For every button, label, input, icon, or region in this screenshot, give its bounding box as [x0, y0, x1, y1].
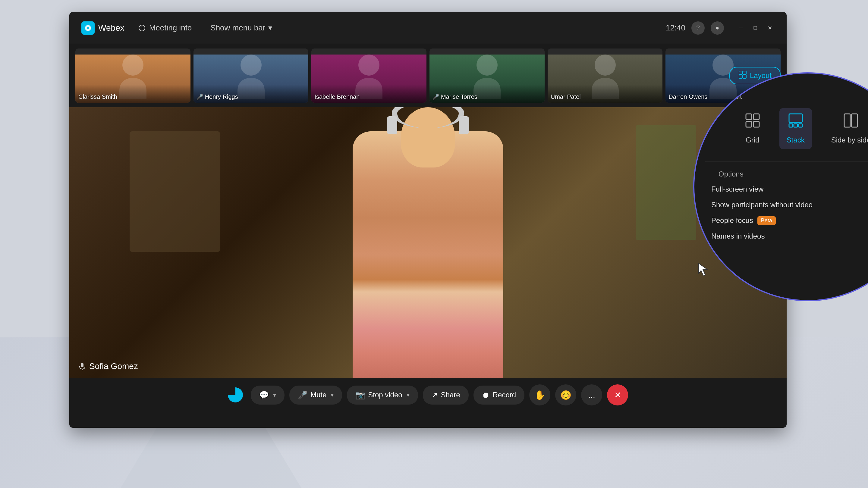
record-button[interactable]: ⏺ Record — [473, 386, 524, 404]
participant-label-umar: Umar Patel — [551, 93, 581, 100]
svg-rect-19 — [844, 114, 850, 127]
video-chevron-icon: ▾ — [407, 391, 410, 398]
participant-label-henry: Henry Riggs — [205, 93, 238, 100]
speaker-mic-icon — [79, 362, 86, 370]
show-no-video-label: Show participants without video — [711, 201, 812, 209]
participant-name-marise: 🎤 Marise Torres — [433, 93, 477, 100]
svg-rect-7 — [743, 75, 746, 78]
svg-rect-14 — [753, 121, 759, 127]
participant-strip: Clarissa Smith 🎤 Henry Riggs Isabelle — [69, 44, 786, 107]
headphone-right — [459, 116, 469, 134]
headphone-left — [387, 116, 397, 134]
chat-icon: 💬 — [259, 390, 269, 400]
mute-label: Mute — [310, 391, 327, 399]
show-menu-button[interactable]: Show menu bar ▾ — [206, 21, 277, 35]
svg-rect-16 — [789, 124, 793, 127]
participant-label-isabelle: Isabelle Brennan — [314, 93, 360, 100]
fullscreen-label: Full-screen view — [711, 185, 764, 193]
help-icon[interactable]: ? — [691, 22, 705, 35]
stack-label: Stack — [786, 136, 805, 144]
video-icon: 📷 — [355, 390, 365, 400]
main-video-background — [69, 107, 786, 378]
mute-button[interactable]: 🎤 Mute ▾ — [289, 386, 342, 404]
close-button[interactable]: ✕ — [765, 23, 775, 33]
mic-off-icon-henry: 🎤 — [196, 94, 203, 100]
room-element-plant — [636, 125, 696, 240]
time-display: 12:40 — [666, 23, 685, 33]
show-no-video-option-row: Show participants without video — [711, 200, 868, 210]
meeting-info-label: Meeting info — [149, 23, 192, 33]
webex-logo[interactable]: Webex — [82, 22, 124, 35]
face-henry — [241, 55, 261, 76]
participant-thumb-clarissa[interactable]: Clarissa Smith — [75, 48, 190, 103]
record-icon: ⏺ — [482, 390, 490, 400]
mute-icon: 🎤 — [298, 390, 307, 400]
speaker-name-label: Sofia Gomez — [89, 361, 138, 371]
participant-name-darren: Darren Owens — [669, 93, 707, 100]
side-by-side-label: Side by side — [831, 136, 868, 144]
stop-video-button[interactable]: 📷 Stop video ▾ — [347, 386, 418, 404]
options-section-title: Options — [718, 170, 744, 178]
reactions-button[interactable]: ✋ — [529, 384, 550, 405]
layout-options-row: Grid Stack Side by side — [738, 108, 868, 149]
meeting-info-button[interactable]: Meeting info — [133, 21, 197, 35]
end-call-button[interactable]: ✕ — [607, 384, 628, 405]
participant-name-isabelle: Isabelle Brennan — [314, 93, 360, 100]
grid-icon — [745, 113, 760, 132]
control-bar: 💬 ▾ 🎤 Mute ▾ 📷 Stop video ▾ ↗ Share ⏺ Re… — [69, 378, 786, 412]
fullscreen-option-row: Full-screen view — [711, 184, 868, 194]
title-bar: Webex Meeting info Show menu bar ▾ 12:40… — [69, 12, 786, 44]
minimize-button[interactable]: ─ — [736, 23, 746, 33]
layout-option-side-by-side[interactable]: Side by side — [824, 108, 868, 149]
share-button[interactable]: ↗ Share — [423, 386, 469, 404]
svg-rect-5 — [743, 71, 746, 74]
participant-thumb-umar[interactable]: Umar Patel — [548, 48, 663, 103]
participant-label-clarissa: Clarissa Smith — [79, 93, 117, 100]
record-label: Record — [493, 391, 516, 399]
side-by-side-icon — [843, 113, 858, 132]
svg-rect-13 — [746, 121, 752, 127]
names-in-videos-label: Names in videos — [711, 232, 765, 240]
status-indicator — [228, 387, 243, 402]
show-menu-chevron-icon: ▾ — [268, 23, 272, 33]
end-call-icon: ✕ — [614, 390, 621, 400]
participant-thumb-isabelle[interactable]: Isabelle Brennan — [311, 48, 427, 103]
face-umar — [595, 55, 616, 76]
window-controls: ─ □ ✕ — [736, 23, 775, 33]
emoji-button[interactable]: 😊 — [555, 384, 576, 405]
layout-button-label: Layout — [750, 71, 772, 80]
speaker-head — [401, 107, 455, 167]
participant-label-darren: Darren Owens — [669, 93, 707, 100]
participant-thumb-henry[interactable]: 🎤 Henry Riggs — [193, 48, 309, 103]
beta-badge: Beta — [757, 216, 776, 225]
people-focus-option-row: People focus Beta — [711, 216, 868, 225]
more-button[interactable]: ... — [581, 384, 602, 405]
svg-rect-20 — [851, 114, 858, 127]
layout-option-grid[interactable]: Grid — [738, 108, 767, 149]
svg-rect-8 — [81, 363, 84, 367]
people-focus-label: People focus Beta — [711, 216, 776, 225]
profile-icon[interactable]: ● — [711, 22, 724, 35]
mic-off-icon-marise: 🎤 — [433, 94, 439, 100]
mute-chevron-icon: ▾ — [331, 391, 334, 398]
chat-chevron-icon: ▾ — [273, 391, 276, 398]
title-bar-right: 12:40 ? ● ─ □ ✕ — [666, 22, 775, 35]
chat-button[interactable]: 💬 ▾ — [251, 386, 284, 404]
stop-video-label: Stop video — [368, 391, 402, 399]
share-icon: ↗ — [431, 390, 438, 400]
svg-rect-11 — [746, 114, 752, 120]
title-bar-left: Webex Meeting info Show menu bar ▾ — [82, 21, 666, 35]
layout-icon — [738, 70, 747, 81]
share-label: Share — [441, 391, 460, 399]
layout-option-stack[interactable]: Stack — [779, 108, 812, 149]
names-in-videos-row[interactable]: Names in videos › — [711, 231, 868, 241]
maximize-button[interactable]: □ — [750, 23, 760, 33]
participant-label-marise: Marise Torres — [441, 93, 477, 100]
stack-icon — [788, 113, 803, 132]
svg-point-3 — [141, 26, 142, 27]
webex-label: Webex — [98, 23, 124, 33]
participant-thumb-marise[interactable]: 🎤 Marise Torres — [430, 48, 545, 103]
svg-rect-18 — [799, 124, 802, 127]
svg-rect-17 — [794, 124, 798, 127]
participant-name-clarissa: Clarissa Smith — [79, 93, 117, 100]
